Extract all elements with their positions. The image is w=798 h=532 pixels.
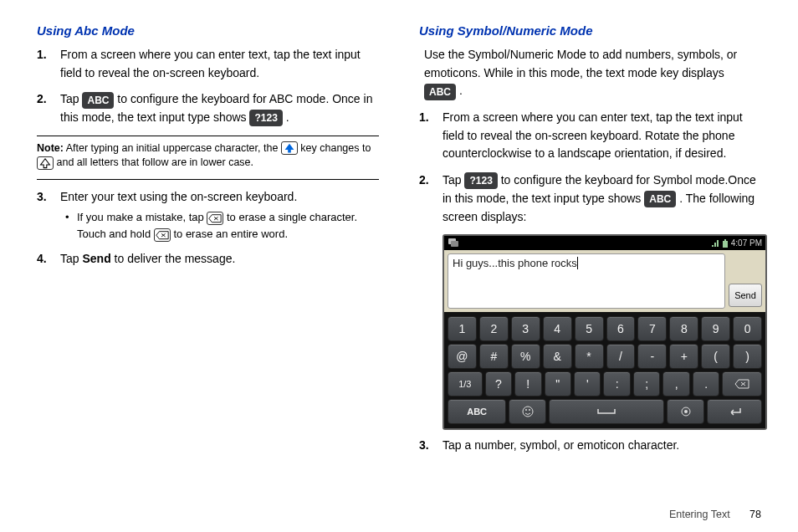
abc-key-icon: ABC [644,191,676,207]
message-input[interactable]: Hi guys...this phone rocks [448,253,725,309]
key-abc-mode[interactable]: ABC [448,399,506,424]
step-text-part: Tap [442,173,464,187]
left-column: Using Abc Mode 1. From a screen where yo… [37,23,379,463]
backspace-icon [154,228,171,242]
backspace-icon [734,379,749,389]
space-icon [596,407,616,416]
bullet-text: to erase an entire word. [173,228,288,240]
key-4[interactable]: 4 [543,316,572,341]
key-9[interactable]: 9 [701,316,730,341]
emoticon-icon [521,405,535,418]
key-0[interactable]: 0 [733,316,762,341]
key-star[interactable]: * [575,344,604,369]
note-text: After typing an initial uppercase charac… [64,142,281,154]
left-step-2: 2. Tap ABC to configure the keyboard for… [60,90,379,126]
right-step-3: 3. Tap a number, symbol, or emoticon cha… [442,437,761,455]
key-minus[interactable]: - [637,344,667,369]
note-block: Note: After typing an initial uppercase … [37,141,379,171]
key-plus[interactable]: + [669,344,698,369]
svg-point-5 [525,409,527,411]
left-step-4: 4. Tap Send to deliver the message. [60,250,379,269]
key-1[interactable]: 1 [448,316,477,341]
shift-up-arrow-icon [281,141,298,155]
status-bar: 4:07 PM [444,236,765,250]
key-backspace[interactable] [722,371,762,396]
key-percent[interactable]: % [511,344,540,369]
send-button[interactable]: Send [729,284,762,307]
key-3[interactable]: 3 [511,316,540,341]
right-step-2: 2. Tap ?123 to configure the keyboard fo… [442,171,761,226]
gear-icon [680,406,692,417]
intro-text: Use the Symbol/Numeric Mode to add numbe… [419,46,761,100]
left-step-1: 1. From a screen where you can enter tex… [60,46,379,82]
key-8[interactable]: 8 [669,316,698,341]
send-label: Send [82,252,110,265]
key-lparen[interactable]: ( [701,344,730,369]
key-5[interactable]: 5 [575,316,604,341]
note-text: key changes to [300,142,371,154]
key-semicolon[interactable]: ; [633,371,660,396]
keyboard-row-symbols2: 1/3 ? ! " ' : ; , . [448,371,762,396]
key-rparen[interactable]: ) [733,344,762,369]
sub-bullet: If you make a mistake, tap to erase a si… [65,209,379,242]
backspace-icon [207,212,223,225]
key-comma[interactable]: , [662,371,689,396]
section-label: Entering Text [669,509,730,520]
svg-rect-2 [723,241,728,248]
key-squote[interactable]: ' [574,371,601,396]
symbol-keyboard: 1 2 3 4 5 6 7 8 9 0 @ # % & * / [444,312,765,428]
abc-key-icon: ABC [424,84,456,100]
key-amp[interactable]: & [543,344,572,369]
key-slash[interactable]: / [606,344,636,369]
svg-point-4 [523,407,533,417]
num-key-icon: ?123 [464,172,497,189]
keyboard-row-numbers: 1 2 3 4 5 6 7 8 9 0 [448,316,762,341]
key-at[interactable]: @ [448,344,477,369]
step-text-part: to deliver the message. [111,252,236,265]
phone-screenshot: 4:07 PM Hi guys...this phone rocks Send … [442,234,767,430]
key-7[interactable]: 7 [637,316,667,341]
step-text: From a screen where you can enter text, … [60,48,361,79]
note-label: Note: [37,142,64,154]
notification-icons [448,238,459,249]
signal-icon [711,239,719,248]
key-dquote[interactable]: " [545,371,571,396]
key-page[interactable]: 1/3 [448,371,483,396]
key-emoticon[interactable] [509,399,546,424]
key-question[interactable]: ? [485,371,512,396]
num-key-icon: ?123 [249,110,282,126]
step-text: Enter your text using the on-screen keyb… [60,190,297,203]
key-2[interactable]: 2 [479,316,509,341]
key-colon[interactable]: : [603,371,630,396]
left-step-3: 3. Enter your text using the on-screen k… [60,188,379,243]
svg-rect-1 [451,241,458,247]
separator-line [37,136,379,136]
key-6[interactable]: 6 [606,316,636,341]
intro-part: Use the Symbol/Numeric Mode to add numbe… [424,48,737,79]
enter-icon [727,407,742,417]
right-column: Using Symbol/Numeric Mode Use the Symbol… [419,23,761,463]
separator-line [37,179,379,180]
keyboard-row-symbols1: @ # % & * / - + ( ) [448,344,762,369]
key-period[interactable]: . [693,371,719,396]
step-text-part: Tap [60,92,82,105]
key-bang[interactable]: ! [514,371,541,396]
page-footer: Entering Text 78 [669,509,761,520]
key-space[interactable] [549,399,664,424]
heading-symbol-mode: Using Symbol/Numeric Mode [419,23,761,38]
svg-point-6 [529,409,530,411]
keyboard-row-bottom: ABC [448,399,762,424]
step-text: From a screen where you can enter text, … [442,110,743,160]
note-text: and all letters that follow are in lower… [56,156,253,168]
step-text-part: Tap [60,252,82,265]
key-settings[interactable] [667,399,704,424]
right-step-1: 1. From a screen where you can enter tex… [442,109,761,163]
heading-abc-mode: Using Abc Mode [37,23,379,38]
chat-icon [448,238,459,248]
battery-icon [722,239,729,248]
key-hash[interactable]: # [479,344,509,369]
key-enter[interactable] [707,399,762,424]
abc-key-icon: ABC [82,92,114,109]
message-compose-area: Hi guys...this phone rocks Send [444,250,765,312]
svg-rect-3 [724,239,726,241]
